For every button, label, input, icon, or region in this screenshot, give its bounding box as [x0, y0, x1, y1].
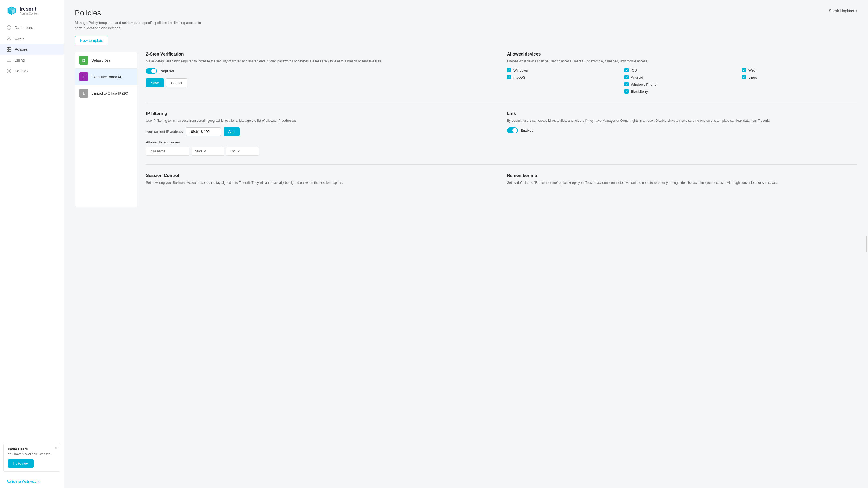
settings-icon: [6, 69, 11, 73]
remember-me-title: Remember me: [507, 173, 857, 178]
sidebar-item-users[interactable]: Users: [0, 33, 64, 44]
device-blackberry-checkbox[interactable]: [624, 89, 629, 94]
device-web-checkbox[interactable]: [742, 68, 746, 72]
device-blackberry: BlackBerry: [624, 89, 740, 94]
app-subtitle: Admin Center: [20, 12, 38, 15]
svg-point-9: [8, 70, 10, 72]
two-step-toggle-label: Required: [159, 69, 174, 73]
card-icon: [6, 58, 11, 63]
grid-icon: [6, 47, 11, 52]
svg-rect-4: [9, 47, 11, 49]
sidebar: tresorit Admin Center Dashboard Users: [0, 0, 64, 488]
device-android-label: Android: [631, 75, 643, 79]
main-content: Policies Manage Policy templates and set…: [64, 0, 868, 488]
current-ip-input[interactable]: [186, 127, 221, 136]
device-windows-phone-checkbox[interactable]: [624, 82, 629, 87]
device-linux: Linux: [742, 75, 857, 79]
ip-filtering-desc: Use IP filtering to limit access from ce…: [146, 118, 496, 123]
page-description: Manage Policy templates and set template…: [75, 20, 211, 31]
sidebar-item-dashboard-label: Dashboard: [14, 26, 33, 30]
template-item-limited[interactable]: L Limited to Office IP (10): [75, 85, 137, 101]
two-step-desc: Make 2-step verification required to inc…: [146, 59, 496, 64]
sidebar-item-dashboard[interactable]: Dashboard: [0, 22, 64, 33]
device-macos: macOS: [507, 75, 622, 79]
two-step-title: 2-Step Verification: [146, 52, 496, 57]
link-section: Link By default, users can create Links …: [507, 111, 857, 156]
user-icon: [6, 36, 11, 41]
link-toggle[interactable]: [507, 127, 518, 133]
device-windows: Windows: [507, 68, 622, 72]
allowed-ip-label: Allowed IP addresses: [146, 140, 496, 144]
add-ip-button[interactable]: Add: [223, 127, 240, 136]
template-name-limited: Limited to Office IP (10): [91, 91, 128, 95]
remember-me-section: Remember me Set by default, the "Remembe…: [507, 173, 857, 190]
link-desc: By default, users can create Links to fi…: [507, 118, 857, 123]
devices-grid: Windows iOS Web macOS: [507, 68, 857, 94]
logo-area: tresorit Admin Center: [0, 0, 64, 20]
top-bar: Policies Manage Policy templates and set…: [75, 9, 857, 52]
session-control-desc: Set how long your Business Account users…: [146, 180, 496, 185]
current-ip-row: Your current IP address Add: [146, 127, 496, 136]
link-toggle-label: Enabled: [521, 129, 533, 133]
device-windows-phone-label: Windows Phone: [631, 83, 656, 87]
new-template-button[interactable]: New template: [75, 36, 108, 45]
session-control-title: Session Control: [146, 173, 496, 178]
device-android-checkbox[interactable]: [624, 75, 629, 79]
content-layout: D Default (52) E Executive Board (4) L L…: [75, 52, 857, 207]
scrollbar[interactable]: [866, 236, 867, 252]
invite-banner: × Invite Users You have 9 available lice…: [3, 443, 61, 472]
switch-web-access-link[interactable]: Switch to Web Access: [6, 480, 41, 484]
template-avatar-default: D: [80, 56, 88, 65]
ip-col-start: Start IP: [191, 147, 224, 156]
invite-description: You have 9 available licenses.: [8, 452, 56, 456]
sidebar-item-settings[interactable]: Settings: [0, 66, 64, 76]
two-step-toggle[interactable]: [146, 68, 157, 74]
tresorit-logo-icon: [6, 5, 17, 16]
ip-table-header: Rule name Start IP End IP: [146, 147, 496, 156]
sidebar-nav: Dashboard Users Policies Billing: [0, 20, 64, 440]
allowed-devices-desc: Choose what devices can be used to acces…: [507, 59, 857, 64]
device-android: Android: [624, 75, 740, 79]
device-web: Web: [742, 68, 857, 72]
ip-filtering-title: IP filtering: [146, 111, 496, 116]
allowed-devices-title: Allowed devices: [507, 52, 857, 57]
sidebar-item-billing[interactable]: Billing: [0, 55, 64, 66]
device-web-label: Web: [748, 68, 756, 72]
template-item-default[interactable]: D Default (52): [75, 52, 137, 69]
user-menu[interactable]: Sarah Hopkins ▾: [829, 9, 857, 13]
user-chevron-icon: ▾: [856, 9, 857, 13]
two-step-cancel-button[interactable]: Cancel: [166, 78, 187, 87]
template-avatar-executive: E: [80, 72, 88, 81]
device-windows-checkbox[interactable]: [507, 68, 511, 72]
device-ios-checkbox[interactable]: [624, 68, 629, 72]
template-item-executive[interactable]: E Executive Board (4): [75, 69, 137, 85]
policy-row-ip: IP filtering Use IP filtering to limit a…: [146, 111, 857, 165]
template-list: D Default (52) E Executive Board (4) L L…: [75, 52, 137, 207]
link-title: Link: [507, 111, 857, 116]
svg-rect-3: [7, 47, 9, 49]
policy-row-verification: 2-Step Verification Make 2-step verifica…: [146, 52, 857, 102]
device-macos-label: macOS: [514, 75, 525, 79]
device-windows-phone: Windows Phone: [624, 82, 740, 87]
clock-icon: [6, 25, 11, 30]
allowed-devices-section: Allowed devices Choose what devices can …: [507, 52, 857, 94]
device-blackberry-label: BlackBerry: [631, 90, 648, 94]
device-windows-label: Windows: [514, 68, 528, 72]
device-linux-checkbox[interactable]: [742, 75, 746, 79]
invite-close-button[interactable]: ×: [55, 446, 57, 450]
sidebar-item-policies[interactable]: Policies: [0, 44, 64, 55]
sidebar-item-billing-label: Billing: [14, 58, 25, 62]
device-linux-label: Linux: [748, 75, 757, 79]
svg-rect-5: [7, 50, 9, 51]
device-macos-checkbox[interactable]: [507, 75, 511, 79]
policy-sections: 2-Step Verification Make 2-step verifica…: [137, 52, 857, 207]
template-avatar-limited: L: [80, 89, 88, 98]
policy-row-session: Session Control Set how long your Busine…: [146, 173, 857, 198]
page-header: Policies Manage Policy templates and set…: [75, 9, 211, 52]
two-step-section: 2-Step Verification Make 2-step verifica…: [146, 52, 496, 94]
remember-me-desc: Set by default, the "Remember me" option…: [507, 180, 857, 185]
two-step-save-button[interactable]: Save: [146, 78, 164, 87]
invite-title: Invite Users: [8, 447, 56, 451]
invite-now-button[interactable]: Invite now: [8, 459, 34, 468]
ip-col-end: End IP: [226, 147, 259, 156]
